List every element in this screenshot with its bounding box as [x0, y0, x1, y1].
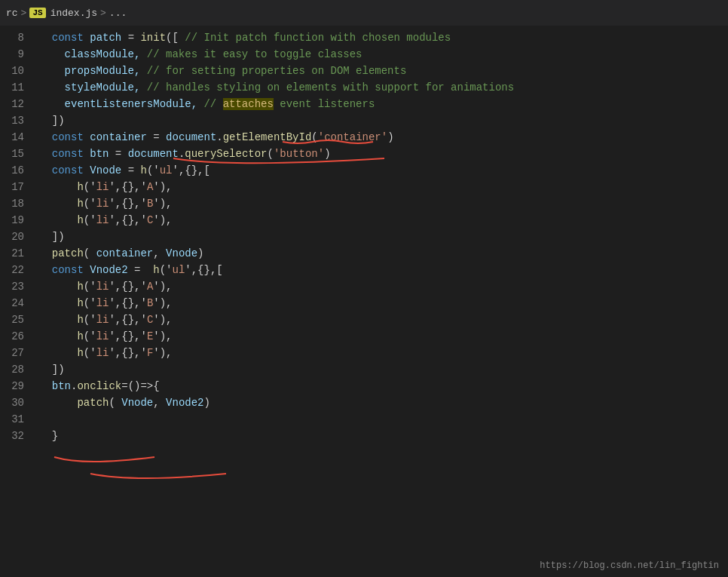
line-content: h('li',{},'C'),: [36, 312, 728, 328]
line-number: 19: [0, 212, 36, 229]
code-line-28: 28 ]): [0, 361, 728, 378]
line-number: 32: [0, 428, 36, 444]
line-content: const Vnode2 = h('ul',{},[: [36, 262, 728, 278]
line-number: 29: [0, 378, 36, 394]
breadcrumb: rc > JS index.js > ...: [6, 8, 127, 19]
line-number: 21: [0, 245, 36, 262]
line-content: h('li',{},'F'),: [36, 345, 728, 361]
code-line-32: 32 }: [0, 428, 728, 444]
line-content: btn.onclick=()=>{: [36, 378, 728, 394]
js-badge: JS: [29, 8, 45, 18]
line-number: 13: [0, 112, 36, 129]
line-number: 11: [0, 79, 36, 96]
code-line-19: 19 h('li',{},'C'),: [0, 212, 728, 229]
code-line-31: 31: [0, 411, 728, 428]
line-number: 12: [0, 96, 36, 112]
line-number: 27: [0, 345, 36, 361]
code-line-22: 22 const Vnode2 = h('ul',{},[: [0, 262, 728, 278]
code-line-26: 26 h('li',{},'E'),: [0, 328, 728, 345]
line-number: 31: [0, 411, 36, 428]
line-content: patch( Vnode, Vnode2): [36, 394, 728, 411]
code-line-25: 25 h('li',{},'C'),: [0, 312, 728, 328]
line-content: h('li',{},'A'),: [36, 179, 728, 195]
line-content: ]): [36, 361, 728, 378]
line-number: 15: [0, 146, 36, 162]
code-line-13: 13 ]): [0, 112, 728, 129]
watermark: https://blog.csdn.net/lin_fightin: [540, 560, 719, 571]
line-number: 16: [0, 162, 36, 179]
code-line-18: 18 h('li',{},'B'),: [0, 195, 728, 212]
line-content: const patch = init([ // Init patch funct…: [36, 29, 728, 46]
code-line-20: 20 ]): [0, 229, 728, 245]
line-content: styleModule, // handles styling on eleme…: [36, 79, 728, 96]
breadcrumb-rc: rc: [6, 8, 18, 19]
line-number: 18: [0, 195, 36, 212]
line-number: 8: [0, 29, 36, 46]
code-line-10: 10 propsModule, // for setting propertie…: [0, 63, 728, 79]
code-line-17: 17 h('li',{},'A'),: [0, 179, 728, 195]
line-content: h('li',{},'C'),: [36, 212, 728, 229]
line-number: 23: [0, 278, 36, 295]
code-line-29: 29 btn.onclick=()=>{: [0, 378, 728, 394]
code-line-14: 14 const container = document.getElement…: [0, 129, 728, 146]
code-line-11: 11 styleModule, // handles styling on el…: [0, 79, 728, 96]
code-line-30: 30 patch( Vnode, Vnode2): [0, 394, 728, 411]
line-content: eventListenersModule, // attaches event …: [36, 96, 728, 112]
line-content: h('li',{},'A'),: [36, 278, 728, 295]
line-content: ]): [36, 112, 728, 129]
line-content: const Vnode = h('ul',{},[: [36, 162, 728, 179]
code-line-27: 27 h('li',{},'F'),: [0, 345, 728, 361]
code-line-8: 8 const patch = init([ // Init patch fun…: [0, 29, 728, 46]
line-number: 24: [0, 295, 36, 312]
tab-bar: rc > JS index.js > ...: [0, 0, 728, 26]
line-number: 10: [0, 63, 36, 79]
line-content: const container = document.getElementByI…: [36, 129, 728, 146]
code-line-12: 12 eventListenersModule, // attaches eve…: [0, 96, 728, 112]
code-line-16: 16 const Vnode = h('ul',{},[: [0, 162, 728, 179]
line-content: h('li',{},'E'),: [36, 328, 728, 345]
line-number: 14: [0, 129, 36, 146]
line-content: patch( container, Vnode): [36, 245, 728, 262]
breadcrumb-dots: ...: [109, 8, 127, 19]
line-number: 30: [0, 394, 36, 411]
line-content: propsModule, // for setting properties o…: [36, 63, 728, 79]
breadcrumb-file: index.js: [50, 8, 97, 19]
line-number: 22: [0, 262, 36, 278]
code-line-15: 15 const btn = document.querySelector('b…: [0, 146, 728, 162]
line-number: 20: [0, 229, 36, 245]
line-content: const btn = document.querySelector('butt…: [36, 146, 728, 162]
line-number: 9: [0, 46, 36, 63]
code-line-23: 23 h('li',{},'A'),: [0, 278, 728, 295]
line-content: [36, 411, 728, 428]
line-content: ]): [36, 229, 728, 245]
code-line-24: 24 h('li',{},'B'),: [0, 295, 728, 312]
line-content: h('li',{},'B'),: [36, 195, 728, 212]
line-content: classModule, // makes it easy to toggle …: [36, 46, 728, 63]
line-number: 28: [0, 361, 36, 378]
line-number: 25: [0, 312, 36, 328]
line-content: }: [36, 428, 728, 444]
line-content: h('li',{},'B'),: [36, 295, 728, 312]
line-number: 17: [0, 179, 36, 195]
code-line-9: 9 classModule, // makes it easy to toggl…: [0, 46, 728, 63]
code-editor: 8 const patch = init([ // Init patch fun…: [0, 26, 728, 447]
line-number: 26: [0, 328, 36, 345]
code-line-21: 21 patch( container, Vnode): [0, 245, 728, 262]
